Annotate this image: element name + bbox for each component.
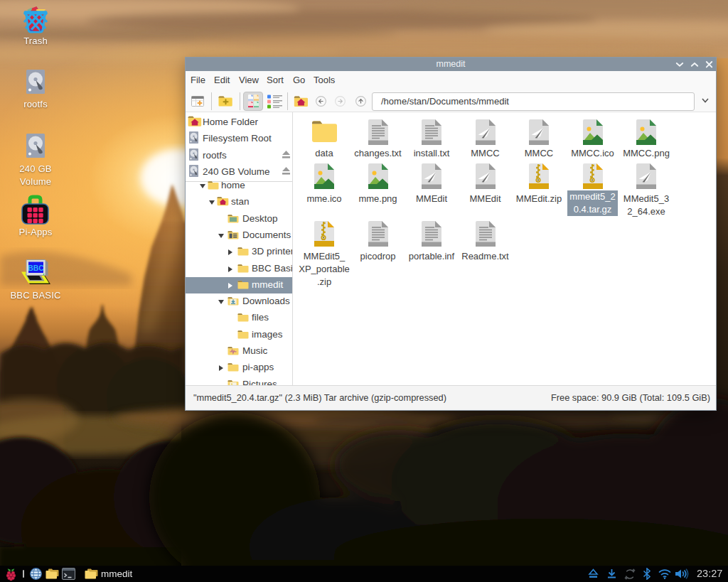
svg-text:BBC: BBC — [28, 264, 44, 272]
